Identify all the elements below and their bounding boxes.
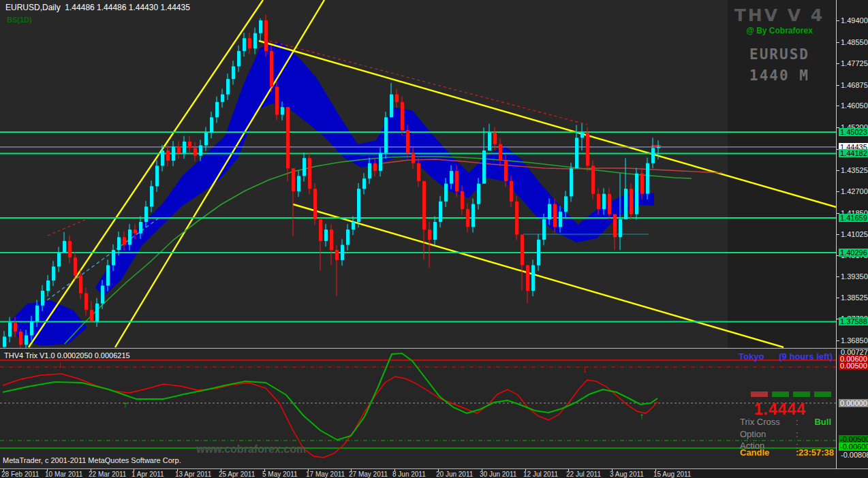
- date-tick-label: 3 Aug 2011: [610, 471, 644, 478]
- trix-cross-row: Trix Cross :: [740, 417, 780, 427]
- candle-body: [74, 257, 77, 275]
- candle-body: [439, 202, 442, 222]
- candle-body: [117, 237, 121, 250]
- candle-body: [341, 245, 344, 261]
- candle-body: [455, 171, 459, 191]
- candle-body: [510, 181, 513, 202]
- price-tick-label: 1.43525: [841, 166, 868, 174]
- price-tick-label: 1.47725: [841, 59, 868, 67]
- trix-indicator-svg: ↓↓↓↑↑: [0, 349, 836, 469]
- price-level-label: 1.40296: [839, 249, 868, 257]
- candle-body: [346, 229, 350, 245]
- candle-body: [112, 250, 115, 266]
- trix-axis-label: -0.00600: [839, 443, 868, 451]
- date-tick-label: 12 Jul 2011: [523, 471, 558, 478]
- candle-body: [542, 219, 546, 240]
- candle-body: [515, 202, 518, 235]
- candle-body: [471, 204, 475, 227]
- candle-body: [161, 150, 164, 166]
- candle-body: [412, 153, 415, 163]
- price-axis[interactable]: 1.494001.485501.477251.468751.460501.452…: [837, 0, 868, 468]
- candle-body: [35, 306, 39, 321]
- candle-body: [25, 336, 28, 345]
- candle-body: [84, 293, 88, 310]
- dashed-red-trendline-left[interactable]: [48, 217, 93, 236]
- price-tick: [837, 191, 839, 192]
- candle-body: [450, 171, 453, 184]
- candle-body: [630, 189, 633, 214]
- price-level-label: 1.37588: [839, 317, 868, 325]
- candle-body: [482, 150, 486, 184]
- candle-body: [619, 219, 622, 237]
- price-tick: [837, 340, 839, 341]
- date-axis[interactable]: 28 Feb 201110 Mar 201122 Mar 20111 Apr 2…: [0, 469, 868, 478]
- candle-body: [564, 196, 568, 212]
- candle-body: [613, 214, 617, 238]
- candle-body: [292, 168, 295, 191]
- candle-body: [608, 194, 611, 214]
- date-tick-label: 17 May 2011: [306, 471, 345, 478]
- thv-version-label: THV V 4: [728, 5, 831, 25]
- candle-body: [52, 266, 55, 281]
- trix-slow-line: [3, 353, 657, 440]
- candle-body: [221, 95, 224, 102]
- candle-body: [352, 222, 355, 229]
- candle-body: [243, 38, 246, 51]
- chart-title-ohlc: EURUSD,Daily 1.44486 1.44486 1.44430 1.4…: [5, 3, 190, 12]
- price-tick: [837, 85, 839, 86]
- candle-body: [580, 133, 584, 138]
- price-tick: [837, 63, 839, 64]
- date-tick-label: 1 Apr 2011: [131, 471, 164, 478]
- candle-body: [586, 133, 589, 166]
- candle-body: [646, 163, 649, 194]
- candle-body: [106, 266, 110, 286]
- candle-body: [499, 144, 502, 161]
- price-tick-label: 1.39350: [841, 272, 868, 281]
- candle-body: [210, 117, 213, 133]
- candle-body: [150, 186, 153, 206]
- trix-fast-line: [3, 374, 657, 458]
- session-time-left: (9 hours left): [779, 351, 833, 362]
- candle-body: [215, 102, 219, 118]
- date-tick-label: 13 Apr 2011: [175, 471, 211, 478]
- candlesticks: [3, 15, 660, 348]
- candle-body: [395, 95, 399, 102]
- trix-axis-label: 0.00500: [839, 362, 868, 370]
- candle-body: [640, 174, 644, 194]
- candle-body: [281, 107, 284, 114]
- candle-body: [504, 161, 508, 181]
- candle-body: [19, 332, 22, 345]
- candle-body: [521, 235, 524, 266]
- price-level-label: 1.45023: [839, 128, 868, 136]
- candle-body: [270, 51, 273, 86]
- price-tick: [837, 298, 839, 298]
- candle-body: [3, 336, 6, 347]
- trix-cross-label: Trix Cross: [740, 417, 780, 427]
- candle-body: [313, 189, 317, 219]
- date-axis-separator: [0, 468, 868, 469]
- candle-countdown-time: 23:57:38: [799, 447, 834, 458]
- price-tick: [837, 106, 839, 106]
- candle-body: [537, 240, 540, 266]
- main-chart-svg: [0, 0, 836, 348]
- mt4-chart-window: EURUSD,Daily 1.44486 1.44486 1.44430 1.4…: [0, 0, 868, 478]
- thv-branding: THV V 4 @ By Cobraforex EURUSD 1440 M: [728, 5, 831, 84]
- candle-body: [177, 146, 181, 153]
- candle-body: [330, 229, 333, 250]
- candle-body: [417, 163, 420, 181]
- price-tick-label: 1.49400: [841, 16, 868, 25]
- candle-body: [297, 176, 300, 191]
- symbol-watermark: EURUSD: [728, 46, 831, 63]
- candle-body: [466, 209, 469, 227]
- candle-body: [559, 212, 562, 227]
- trend-dash-indicator: [814, 392, 831, 397]
- candle-body: [79, 276, 82, 293]
- trix-cross-value: Bull: [814, 417, 831, 427]
- yellow-descending-channel-lower[interactable]: [293, 204, 784, 347]
- candle-body: [226, 79, 230, 95]
- candle-body: [444, 184, 448, 202]
- date-tick-label: 30 Jun 2011: [480, 471, 516, 478]
- price-level-label: 1.41659: [839, 214, 868, 222]
- candle-body: [188, 142, 191, 148]
- date-tick-label: 27 May 2011: [349, 471, 388, 478]
